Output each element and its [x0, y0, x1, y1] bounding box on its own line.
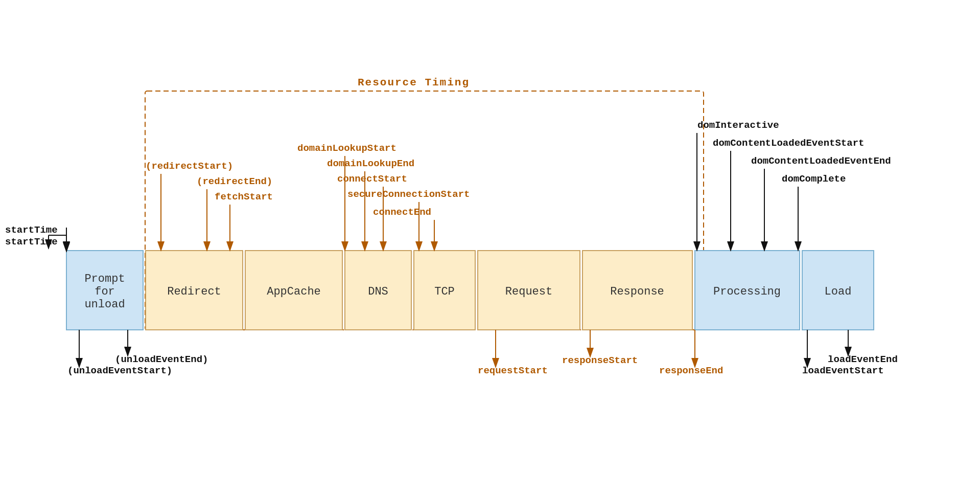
box-prompt-label: Prompt	[84, 273, 125, 285]
responseend-label: responseEnd	[659, 365, 723, 376]
box-redirect-label: Redirect	[167, 285, 221, 298]
starttime-text: startTime	[5, 224, 58, 236]
requeststart-label: requestStart	[478, 365, 548, 376]
redirectstart-label: (redirectStart)	[146, 161, 233, 172]
dominteractive-label: domInteractive	[697, 120, 779, 131]
redirectend-label: (redirectEnd)	[197, 176, 272, 187]
domcontentloadedeventstart-label: domContentLoadedEventStart	[713, 138, 864, 149]
domcontentloadedeventend-label: domContentLoadedEventEnd	[751, 155, 891, 167]
domainlookupend-label: domainLookupEnd	[327, 158, 414, 169]
starttime-label: startTime	[5, 236, 58, 248]
unloadevtend-label: (unloadEventEnd)	[115, 354, 208, 365]
box-prompt-label2: for	[95, 285, 115, 298]
resource-timing-label: Resource Timing	[358, 77, 470, 88]
domcomplete-label: domComplete	[782, 173, 846, 185]
connectend-label: connectEnd	[373, 207, 431, 218]
connectstart-label: connectStart	[337, 173, 407, 185]
box-appcache-label: AppCache	[267, 285, 321, 298]
secureconnectionstart-label: secureConnectionStart	[347, 189, 470, 200]
responsestart-label: responseStart	[562, 355, 638, 366]
loadevtend-label: loadEventEnd	[828, 354, 898, 365]
box-request-label: Request	[505, 285, 552, 298]
box-load-label: Load	[825, 285, 852, 298]
box-prompt-label3: unload	[84, 298, 125, 311]
unloadevtstart-label: (unloadEventStart)	[67, 365, 172, 376]
fetchstart-label: fetchStart	[215, 191, 273, 203]
loadevtstart-label: loadEventStart	[802, 365, 884, 376]
box-dns-label: DNS	[368, 285, 388, 298]
diagram-container: Resource Timing Prompt for unload Redire…	[0, 0, 980, 494]
box-processing-label: Processing	[713, 285, 781, 298]
domainlookupstart-label: domainLookupStart	[297, 143, 396, 154]
box-response-label: Response	[610, 285, 664, 298]
box-tcp-label: TCP	[434, 285, 455, 298]
